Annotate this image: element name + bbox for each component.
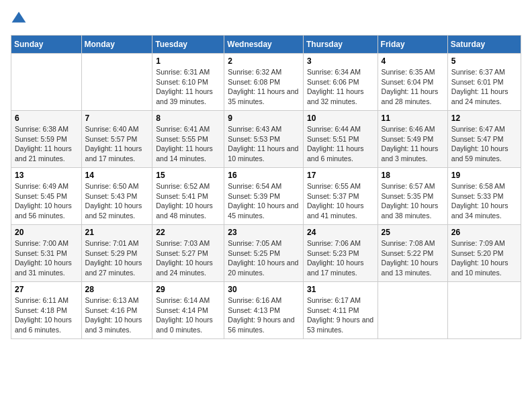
day-info: Sunrise: 6:54 AM Sunset: 5:39 PM Dayligh…: [228, 181, 300, 221]
day-info: Sunrise: 6:44 AM Sunset: 5:51 PM Dayligh…: [307, 124, 374, 164]
calendar-cell: 27Sunrise: 6:11 AM Sunset: 4:18 PM Dayli…: [11, 282, 82, 339]
day-header-wednesday: Wednesday: [224, 36, 304, 54]
logo: [11, 11, 30, 27]
day-number: 29: [156, 285, 220, 294]
day-header-thursday: Thursday: [303, 36, 378, 54]
svg-marker-0: [12, 12, 26, 23]
calendar-cell: 12Sunrise: 6:47 AM Sunset: 5:47 PM Dayli…: [447, 111, 521, 168]
calendar-cell: 21Sunrise: 7:01 AM Sunset: 5:29 PM Dayli…: [81, 225, 152, 282]
day-info: Sunrise: 6:43 AM Sunset: 5:53 PM Dayligh…: [228, 124, 300, 164]
day-info: Sunrise: 7:03 AM Sunset: 5:27 PM Dayligh…: [156, 238, 220, 278]
day-info: Sunrise: 6:49 AM Sunset: 5:45 PM Dayligh…: [15, 181, 78, 221]
header: [11, 11, 521, 27]
calendar-cell: 4Sunrise: 6:35 AM Sunset: 6:04 PM Daylig…: [378, 54, 447, 111]
day-header-friday: Friday: [378, 36, 447, 54]
calendar-cell: 2Sunrise: 6:32 AM Sunset: 6:08 PM Daylig…: [224, 54, 304, 111]
day-header-tuesday: Tuesday: [152, 36, 224, 54]
day-info: Sunrise: 6:58 AM Sunset: 5:33 PM Dayligh…: [451, 181, 517, 221]
day-info: Sunrise: 7:00 AM Sunset: 5:31 PM Dayligh…: [15, 238, 78, 278]
day-number: 9: [228, 113, 300, 123]
day-number: 1: [156, 56, 220, 66]
calendar-cell: 26Sunrise: 7:09 AM Sunset: 5:20 PM Dayli…: [447, 225, 521, 282]
calendar-cell: 6Sunrise: 6:38 AM Sunset: 5:59 PM Daylig…: [11, 111, 82, 168]
calendar-cell: 13Sunrise: 6:49 AM Sunset: 5:45 PM Dayli…: [11, 168, 82, 225]
day-number: 22: [156, 228, 220, 237]
day-info: Sunrise: 6:50 AM Sunset: 5:43 PM Dayligh…: [85, 181, 149, 221]
day-number: 28: [85, 285, 149, 294]
calendar-cell: 23Sunrise: 7:05 AM Sunset: 5:25 PM Dayli…: [224, 225, 304, 282]
day-header-monday: Monday: [81, 36, 152, 54]
day-info: Sunrise: 6:14 AM Sunset: 4:14 PM Dayligh…: [156, 295, 220, 335]
day-info: Sunrise: 6:17 AM Sunset: 4:11 PM Dayligh…: [307, 295, 374, 335]
calendar-table: SundayMondayTuesdayWednesdayThursdayFrid…: [11, 35, 521, 339]
calendar-cell: 18Sunrise: 6:57 AM Sunset: 5:35 PM Dayli…: [378, 168, 447, 225]
logo-icon: [11, 11, 27, 27]
calendar-cell: 15Sunrise: 6:52 AM Sunset: 5:41 PM Dayli…: [152, 168, 224, 225]
calendar-header-row: SundayMondayTuesdayWednesdayThursdayFrid…: [11, 36, 521, 54]
calendar-cell: 8Sunrise: 6:41 AM Sunset: 5:55 PM Daylig…: [152, 111, 224, 168]
day-number: 26: [451, 228, 517, 237]
day-number: 21: [85, 228, 149, 237]
day-number: 20: [15, 228, 78, 237]
day-info: Sunrise: 6:13 AM Sunset: 4:16 PM Dayligh…: [85, 295, 149, 335]
calendar-cell: 7Sunrise: 6:40 AM Sunset: 5:57 PM Daylig…: [81, 111, 152, 168]
calendar-cell: 5Sunrise: 6:37 AM Sunset: 6:01 PM Daylig…: [447, 54, 521, 111]
day-number: 25: [382, 228, 444, 237]
calendar-cell: 24Sunrise: 7:06 AM Sunset: 5:23 PM Dayli…: [303, 225, 378, 282]
day-info: Sunrise: 6:31 AM Sunset: 6:10 PM Dayligh…: [156, 67, 220, 107]
day-number: 19: [451, 171, 517, 180]
day-number: 11: [382, 113, 444, 123]
day-number: 30: [228, 285, 300, 294]
day-number: 7: [85, 113, 149, 123]
day-number: 18: [382, 171, 444, 180]
day-info: Sunrise: 6:35 AM Sunset: 6:04 PM Dayligh…: [382, 67, 444, 107]
day-header-saturday: Saturday: [447, 36, 521, 54]
day-number: 16: [228, 171, 300, 180]
calendar-cell: [378, 282, 447, 339]
calendar-week-row: 13Sunrise: 6:49 AM Sunset: 5:45 PM Dayli…: [11, 168, 521, 225]
calendar-cell: 17Sunrise: 6:55 AM Sunset: 5:37 PM Dayli…: [303, 168, 378, 225]
calendar-cell: 29Sunrise: 6:14 AM Sunset: 4:14 PM Dayli…: [152, 282, 224, 339]
calendar-week-row: 27Sunrise: 6:11 AM Sunset: 4:18 PM Dayli…: [11, 282, 521, 339]
calendar-cell: 14Sunrise: 6:50 AM Sunset: 5:43 PM Dayli…: [81, 168, 152, 225]
day-number: 13: [15, 171, 78, 180]
calendar-cell: 31Sunrise: 6:17 AM Sunset: 4:11 PM Dayli…: [303, 282, 378, 339]
day-number: 12: [451, 113, 517, 123]
day-info: Sunrise: 6:47 AM Sunset: 5:47 PM Dayligh…: [451, 124, 517, 164]
day-number: 27: [15, 285, 78, 294]
day-number: 8: [156, 113, 220, 123]
day-info: Sunrise: 7:05 AM Sunset: 5:25 PM Dayligh…: [228, 238, 300, 278]
day-number: 2: [228, 56, 300, 66]
day-number: 5: [451, 56, 517, 66]
day-info: Sunrise: 6:16 AM Sunset: 4:13 PM Dayligh…: [228, 295, 300, 335]
day-info: Sunrise: 7:06 AM Sunset: 5:23 PM Dayligh…: [307, 238, 374, 278]
day-number: 6: [15, 113, 78, 123]
calendar-cell: 9Sunrise: 6:43 AM Sunset: 5:53 PM Daylig…: [224, 111, 304, 168]
day-info: Sunrise: 6:32 AM Sunset: 6:08 PM Dayligh…: [228, 67, 300, 107]
day-info: Sunrise: 7:01 AM Sunset: 5:29 PM Dayligh…: [85, 238, 149, 278]
day-info: Sunrise: 6:40 AM Sunset: 5:57 PM Dayligh…: [85, 124, 149, 164]
calendar-week-row: 20Sunrise: 7:00 AM Sunset: 5:31 PM Dayli…: [11, 225, 521, 282]
calendar-cell: 3Sunrise: 6:34 AM Sunset: 6:06 PM Daylig…: [303, 54, 378, 111]
day-number: 17: [307, 171, 374, 180]
calendar-cell: 16Sunrise: 6:54 AM Sunset: 5:39 PM Dayli…: [224, 168, 304, 225]
calendar-cell: 28Sunrise: 6:13 AM Sunset: 4:16 PM Dayli…: [81, 282, 152, 339]
day-info: Sunrise: 6:41 AM Sunset: 5:55 PM Dayligh…: [156, 124, 220, 164]
calendar-cell: [81, 54, 152, 111]
calendar-cell: 11Sunrise: 6:46 AM Sunset: 5:49 PM Dayli…: [378, 111, 447, 168]
day-header-sunday: Sunday: [11, 36, 82, 54]
calendar-cell: 30Sunrise: 6:16 AM Sunset: 4:13 PM Dayli…: [224, 282, 304, 339]
day-info: Sunrise: 7:09 AM Sunset: 5:20 PM Dayligh…: [451, 238, 517, 278]
day-info: Sunrise: 6:34 AM Sunset: 6:06 PM Dayligh…: [307, 67, 374, 107]
calendar-cell: 25Sunrise: 7:08 AM Sunset: 5:22 PM Dayli…: [378, 225, 447, 282]
day-number: 14: [85, 171, 149, 180]
calendar-week-row: 6Sunrise: 6:38 AM Sunset: 5:59 PM Daylig…: [11, 111, 521, 168]
day-number: 31: [307, 285, 374, 294]
day-number: 24: [307, 228, 374, 237]
calendar-cell: 19Sunrise: 6:58 AM Sunset: 5:33 PM Dayli…: [447, 168, 521, 225]
day-info: Sunrise: 6:37 AM Sunset: 6:01 PM Dayligh…: [451, 67, 517, 107]
day-number: 4: [382, 56, 444, 66]
calendar-cell: 1Sunrise: 6:31 AM Sunset: 6:10 PM Daylig…: [152, 54, 224, 111]
day-info: Sunrise: 6:38 AM Sunset: 5:59 PM Dayligh…: [15, 124, 78, 164]
day-info: Sunrise: 6:57 AM Sunset: 5:35 PM Dayligh…: [382, 181, 444, 221]
